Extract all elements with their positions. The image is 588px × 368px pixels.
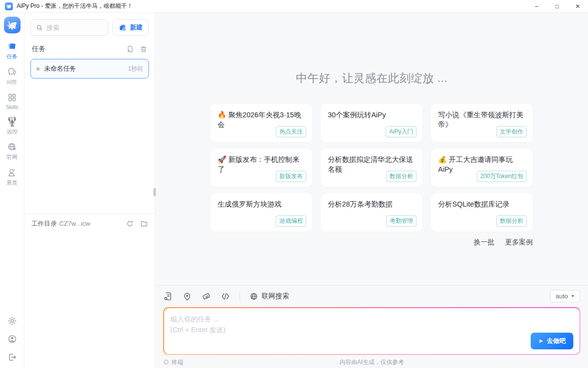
workdir-value: CZ7w...icw	[59, 220, 90, 227]
example-card[interactable]: 🚀 新版发布：手机控制来了 新版发布	[211, 149, 312, 187]
card-tag: 热点关注	[276, 126, 306, 137]
go-button[interactable]: ➤ 去做吧	[531, 333, 573, 349]
open-folder-icon[interactable]	[140, 220, 148, 228]
close-button[interactable]: ✕	[567, 0, 588, 12]
minimize-button[interactable]: –	[526, 0, 547, 12]
main-area: 中午好，让灵感在此刻绽放 ... 🔥 聚焦2026年央视3·15晚会 热点关注 …	[155, 13, 588, 368]
mode-select-dropdown[interactable]: auto ▼	[550, 290, 580, 302]
rail-item-label: 远控	[7, 128, 18, 135]
task-list-area: 新建 任务	[24, 13, 155, 213]
card-tag: 数据分析	[386, 171, 416, 182]
app-logo-icon: 🐙	[5, 2, 13, 10]
terminal-label: 终端	[172, 358, 183, 367]
status-bar: 终端 内容由AI生成，仅供参考	[163, 356, 580, 368]
remote-control-icon: 🦞	[6, 116, 18, 127]
card-tag: 新版发布	[276, 171, 306, 182]
rail-item-label: 任务	[7, 53, 18, 60]
code-icon[interactable]	[220, 291, 230, 301]
task-section-title: 任务	[32, 45, 46, 53]
search-input[interactable]	[47, 24, 103, 31]
delete-tasks-icon[interactable]	[140, 45, 147, 53]
rail-item-label: Skills	[6, 104, 19, 110]
new-task-label: 新建	[130, 23, 143, 32]
task-status-dot	[36, 67, 40, 71]
more-examples-link[interactable]: 更多案例	[505, 238, 533, 246]
panel-resize-handle[interactable]	[153, 188, 156, 196]
task-timestamp: 1秒前	[128, 65, 143, 73]
aipy-logo[interactable]: 🐙	[4, 17, 21, 33]
example-card[interactable]: 生成俄罗斯方块游戏 游戏编程	[211, 193, 312, 232]
account-icon[interactable]	[7, 334, 17, 344]
window-controls: – □ ✕	[526, 0, 588, 12]
composer-zone: 联网搜索 auto ▼ ➤ 去做吧	[155, 285, 588, 368]
rail-item-website[interactable]: 官网	[7, 142, 18, 161]
example-card[interactable]: 写小说《重生带领波斯打美帝》 文学创作	[431, 104, 533, 142]
example-card[interactable]: 🔥 聚焦2026年央视3·15晚会 热点关注	[211, 104, 312, 142]
tag-attachment-icon[interactable]	[201, 291, 211, 301]
card-tag: 文学创作	[496, 126, 527, 137]
example-card[interactable]: 30个案例玩转AiPy AiPy入门	[321, 104, 422, 142]
card-tag: AiPy入门	[386, 126, 416, 137]
example-card-grid: 🔥 聚焦2026年央视3·15晚会 热点关注 30个案例玩转AiPy AiPy入…	[211, 104, 533, 232]
example-card[interactable]: 💰 开工大吉邀请同事玩AiPy 200万Token红包	[431, 149, 533, 187]
window-title: AiPy Pro - 爱派，您的干活牛马，啥都能干！	[17, 2, 133, 10]
toolbar-separator	[240, 292, 240, 301]
mode-select-value: auto	[556, 292, 568, 300]
location-pin-icon[interactable]	[182, 291, 192, 301]
rail-item-tasks[interactable]: 任务	[7, 41, 18, 60]
card-tag: 考勤管理	[386, 215, 416, 227]
rail-item-remote[interactable]: 🦞 远控	[6, 116, 18, 135]
terminal-toggle[interactable]: 终端	[163, 358, 183, 367]
chevron-down-icon: ▼	[571, 294, 575, 298]
maximize-button[interactable]: □	[547, 0, 567, 12]
task-section-header: 任务	[24, 41, 155, 55]
workdir-label: 工作目录	[31, 219, 57, 228]
add-script-icon[interactable]	[163, 291, 173, 301]
card-title: 分析SQLite数据库记录	[438, 200, 526, 210]
example-card[interactable]: 分析数据拟定清华北大保送名额 数据分析	[321, 149, 422, 187]
website-icon	[7, 142, 17, 152]
rail-item-skills[interactable]: Skills	[6, 92, 19, 110]
terminal-icon	[163, 359, 169, 365]
globe-icon	[249, 292, 258, 301]
go-button-label: 去做吧	[547, 337, 566, 345]
task-list-item[interactable]: 未命名任务 1秒前	[30, 59, 149, 79]
new-task-button[interactable]: 新建	[112, 19, 149, 36]
send-icon: ➤	[538, 338, 543, 344]
card-tag: 数据分析	[496, 215, 527, 227]
export-tasks-icon[interactable]	[126, 45, 134, 53]
composer-box: ➤ 去做吧	[164, 308, 580, 354]
web-search-toggle[interactable]: 联网搜索	[249, 292, 289, 301]
greeting-text: 中午好，让灵感在此刻绽放 ...	[155, 71, 588, 86]
task-input[interactable]	[171, 314, 452, 349]
settings-gear-icon[interactable]	[7, 316, 17, 326]
task-panel: 新建 任务	[24, 13, 155, 368]
composer-toolbar: 联网搜索 auto ▼	[155, 286, 588, 306]
new-task-icon	[119, 24, 127, 32]
card-tag: 游戏编程	[276, 215, 306, 227]
rail-bottom	[7, 316, 17, 362]
logout-icon[interactable]	[7, 352, 17, 362]
rail-item-label: 官网	[7, 154, 18, 161]
search-icon	[36, 24, 43, 31]
card-title: 分析28万条考勤数据	[328, 200, 416, 210]
ai-disclaimer: 内容由AI生成，仅供参考	[340, 358, 404, 367]
card-title: 30个案例玩转AiPy	[328, 110, 416, 120]
bounty-icon	[7, 167, 17, 178]
rail-item-qa[interactable]: 问答	[7, 67, 18, 86]
titlebar: 🐙 AiPy Pro - 爱派，您的干活牛马，啥都能干！ – □ ✕	[0, 0, 588, 13]
card-links-row: 换一批 更多案例	[211, 238, 533, 247]
refresh-workdir-icon[interactable]	[126, 220, 134, 228]
workdir-bar: 工作目录 CZ7w...icw	[24, 213, 155, 233]
web-search-label: 联网搜索	[262, 292, 289, 301]
skills-icon	[7, 92, 17, 103]
example-card[interactable]: 分析28万条考勤数据 考勤管理	[321, 193, 422, 232]
shuffle-examples-link[interactable]: 换一批	[474, 238, 494, 246]
search-box[interactable]	[30, 19, 108, 36]
rail-item-bounty[interactable]: 悬赏	[7, 167, 18, 186]
card-title: 生成俄罗斯方块游戏	[218, 200, 305, 210]
tasks-icon	[7, 41, 17, 52]
example-card[interactable]: 分析SQLite数据库记录 数据分析	[431, 193, 533, 232]
rail-item-label: 问答	[7, 79, 18, 86]
rail-item-label: 悬赏	[7, 179, 18, 186]
